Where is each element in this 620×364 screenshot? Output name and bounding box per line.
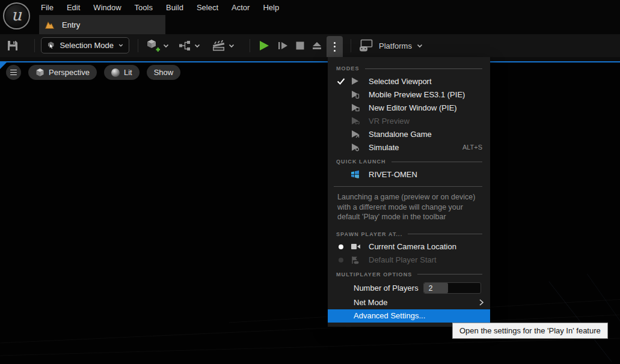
play-new-window-icon bbox=[351, 103, 360, 112]
play-viewport-icon bbox=[351, 77, 360, 85]
play-options-kebab-button[interactable] bbox=[327, 36, 343, 57]
selection-cursor-icon bbox=[47, 40, 55, 50]
simulate-shortcut: ALT+S bbox=[462, 144, 482, 151]
player-start-icon bbox=[351, 256, 360, 264]
section-header-quick-launch: QUICK LAUNCH bbox=[328, 156, 490, 168]
menubar-item-window[interactable]: Window bbox=[87, 0, 127, 15]
windows-device-icon bbox=[351, 170, 360, 178]
number-of-players-label: Number of Players bbox=[354, 284, 419, 293]
cube-icon bbox=[35, 68, 45, 77]
cinematics-button[interactable] bbox=[212, 40, 235, 52]
menubar-item-edit[interactable]: Edit bbox=[60, 0, 87, 15]
add-actor-cube-icon bbox=[146, 39, 161, 52]
hamburger-icon bbox=[10, 70, 17, 71]
toolbar-separator bbox=[138, 39, 138, 52]
play-button[interactable] bbox=[259, 40, 270, 52]
menubar-item-actor[interactable]: Actor bbox=[225, 0, 256, 15]
selection-mode-label: Selection Mode bbox=[60, 41, 114, 50]
submenu-arrow-icon bbox=[479, 299, 483, 306]
advanced-settings-label: Advanced Settings... bbox=[354, 311, 425, 320]
toolbar-separator bbox=[34, 39, 35, 52]
chevron-down-icon bbox=[118, 43, 123, 47]
menu-item-selected-viewport[interactable]: Selected Viewport bbox=[328, 74, 490, 88]
play-standalone-icon bbox=[351, 130, 360, 138]
menubar-item-tools[interactable]: Tools bbox=[128, 0, 159, 15]
menu-item-new-editor-window[interactable]: New Editor Window (PIE) bbox=[328, 101, 490, 114]
lit-label: Lit bbox=[124, 68, 132, 77]
chevron-down-icon bbox=[194, 44, 200, 48]
viewport-controls: Perspective Lit Show bbox=[6, 65, 180, 80]
toolbar-underbar bbox=[0, 57, 620, 61]
menu-item-advanced-settings[interactable]: Advanced Settings... bbox=[328, 309, 490, 323]
sphere-icon bbox=[111, 68, 120, 77]
tooltip: Open the settings for the 'Play In' feat… bbox=[452, 323, 608, 339]
menu-item-current-camera-location[interactable]: Current Camera Location bbox=[328, 240, 490, 253]
play-options-menu: MODES Selected Viewport bbox=[328, 57, 490, 327]
menubar-item-build[interactable]: Build bbox=[159, 0, 190, 15]
check-icon bbox=[337, 78, 345, 85]
add-actor-button[interactable] bbox=[146, 39, 169, 52]
section-header-modes: MODES bbox=[328, 62, 490, 74]
show-dropdown[interactable]: Show bbox=[147, 65, 181, 80]
save-button[interactable] bbox=[6, 39, 19, 52]
platforms-dropdown[interactable]: Platforms bbox=[358, 34, 423, 57]
number-of-players-input[interactable]: 2 bbox=[423, 282, 481, 294]
unreal-logo-icon: u bbox=[3, 2, 30, 29]
number-of-players-value: 2 bbox=[424, 283, 448, 293]
toolbar-separator bbox=[351, 39, 351, 52]
cinematics-icon bbox=[212, 40, 226, 52]
menubar-item-file[interactable]: File bbox=[34, 0, 60, 15]
menu-item-rivet-omen[interactable]: RIVET-OMEN bbox=[328, 168, 490, 181]
perspective-label: Perspective bbox=[49, 68, 90, 77]
grid-line bbox=[548, 281, 612, 362]
menu-item-default-player-start: Default Player Start bbox=[328, 253, 490, 267]
radio-off-icon bbox=[339, 258, 343, 262]
menu-item-vr-preview: VR Preview bbox=[328, 114, 490, 127]
menu-item-mobile-preview[interactable]: Mobile Preview ES3.1 (PIE) bbox=[328, 88, 490, 101]
tab-bar: Entry bbox=[0, 15, 620, 34]
menu-item-simulate[interactable]: Simulate ALT+S bbox=[328, 141, 490, 154]
net-mode-label: Net Mode bbox=[354, 298, 387, 307]
menu-item-standalone-game[interactable]: Standalone Game bbox=[328, 127, 490, 141]
level-viewport[interactable]: Perspective Lit Show bbox=[0, 61, 620, 364]
camera-icon bbox=[351, 243, 361, 250]
blueprints-button[interactable] bbox=[179, 40, 200, 51]
platforms-label: Platforms bbox=[379, 41, 412, 50]
section-header-multiplayer: MULTIPLAYER OPTIONS bbox=[328, 268, 490, 281]
toolbar-separator bbox=[250, 39, 250, 52]
frame-skip-button[interactable] bbox=[278, 41, 288, 50]
menu-item-net-mode[interactable]: Net Mode bbox=[328, 296, 490, 309]
number-of-players-row: Number of Players 2 bbox=[328, 281, 490, 296]
unreal-editor-window: File Edit Window Tools Build Select Acto… bbox=[0, 0, 620, 364]
platforms-icon bbox=[358, 39, 374, 53]
tab-entry[interactable]: Entry bbox=[39, 15, 165, 34]
play-mode-note: Launching a game (preview or on device) … bbox=[328, 189, 490, 226]
blueprints-icon bbox=[179, 40, 192, 51]
play-simulate-icon bbox=[351, 143, 360, 151]
viewport-options-button[interactable] bbox=[6, 65, 21, 80]
eject-button[interactable] bbox=[312, 41, 322, 50]
chevron-down-icon bbox=[163, 44, 169, 48]
main-toolbar: Selection Mode bbox=[0, 34, 620, 57]
menubar-item-help[interactable]: Help bbox=[256, 0, 286, 15]
lit-dropdown[interactable]: Lit bbox=[104, 65, 140, 80]
play-vr-icon bbox=[351, 117, 360, 125]
save-icon bbox=[6, 39, 19, 52]
menu-separator bbox=[334, 186, 482, 187]
grid-line bbox=[0, 338, 620, 356]
menubar: File Edit Window Tools Build Select Acto… bbox=[0, 0, 620, 15]
show-label: Show bbox=[154, 68, 174, 77]
selection-mode-dropdown[interactable]: Selection Mode bbox=[41, 37, 129, 53]
chevron-down-icon bbox=[417, 44, 423, 48]
stop-button[interactable] bbox=[296, 41, 304, 50]
tab-entry-label: Entry bbox=[62, 20, 80, 29]
chevron-down-icon bbox=[229, 44, 235, 48]
tooltip-text: Open the settings for the 'Play In' feat… bbox=[459, 326, 601, 335]
menubar-item-select[interactable]: Select bbox=[190, 0, 225, 15]
perspective-dropdown[interactable]: Perspective bbox=[28, 65, 97, 80]
play-mobile-icon bbox=[351, 90, 360, 99]
transport-controls bbox=[259, 34, 322, 57]
level-icon bbox=[45, 20, 55, 29]
kebab-menu-icon bbox=[334, 42, 336, 44]
radio-on-icon bbox=[339, 244, 343, 249]
